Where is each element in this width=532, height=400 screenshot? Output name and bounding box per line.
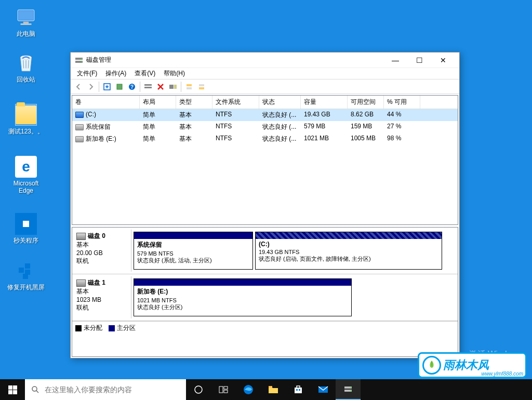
task-view-button[interactable] xyxy=(211,379,236,400)
taskbar-mail[interactable] xyxy=(311,379,336,400)
svg-rect-36 xyxy=(296,389,298,391)
start-button[interactable] xyxy=(0,379,25,400)
column-headers: 卷 布局 类型 文件系统 状态 容量 可用空间 % 可用 xyxy=(72,96,458,109)
col-filesystem[interactable]: 文件系统 xyxy=(212,96,259,109)
taskbar-disk-management[interactable] xyxy=(336,379,361,400)
disk-info[interactable]: 磁盘 1基本1023 MB联机 xyxy=(74,276,131,318)
forward-button[interactable] xyxy=(85,81,97,92)
partition[interactable]: 系统保留579 MB NTFS状态良好 (系统, 活动, 主分区) xyxy=(134,232,253,270)
taskbar-store[interactable] xyxy=(286,379,311,400)
svg-text:?: ? xyxy=(130,84,134,90)
search-icon xyxy=(31,385,39,394)
label: Microsoft Edge xyxy=(6,180,46,195)
delete-button[interactable] xyxy=(155,81,166,92)
cortana-button[interactable] xyxy=(186,379,211,400)
help-button[interactable]: ? xyxy=(126,81,138,92)
taskbar-edge[interactable] xyxy=(236,379,261,400)
volume-row[interactable]: 新加卷 (E:)简单基本NTFS状态良好 (...1021 MB1005 MB9… xyxy=(72,133,458,145)
desktop-icon-test-folder[interactable]: 测试123。。 xyxy=(6,104,46,135)
extend-button[interactable] xyxy=(167,81,179,92)
legend-unallocated: 未分配 xyxy=(75,324,102,332)
desktop-icon-repair-boot[interactable]: 修复开机黑屏 xyxy=(6,260,46,291)
col-type[interactable]: 类型 xyxy=(176,96,212,109)
svg-rect-37 xyxy=(299,389,300,391)
brand-logo: 雨林木风 www.ylmf888.com xyxy=(418,352,527,378)
desktop-icon-seconds-program[interactable]: 秒关程序 xyxy=(6,213,46,244)
svg-rect-3 xyxy=(21,23,32,25)
svg-rect-24 xyxy=(187,87,192,89)
svg-point-13 xyxy=(81,58,82,59)
disk-icon xyxy=(76,233,86,240)
svg-point-42 xyxy=(350,390,351,391)
windows-logo-icon xyxy=(8,385,17,394)
col-volume[interactable]: 卷 xyxy=(72,96,140,109)
menu-file[interactable]: 文件(F) xyxy=(73,68,101,79)
col-pct[interactable]: % 可用 xyxy=(384,96,420,109)
svg-rect-6 xyxy=(23,221,29,227)
svg-rect-34 xyxy=(269,386,272,388)
desktop-icon-recycle-bin[interactable]: 回收站 xyxy=(6,52,46,83)
separator xyxy=(99,82,99,92)
svg-point-27 xyxy=(32,386,37,391)
col-capacity[interactable]: 容量 xyxy=(301,96,348,109)
minimize-button[interactable]: — xyxy=(383,52,407,68)
partition[interactable]: 新加卷 (E:)1021 MB NTFS状态良好 (主分区) xyxy=(134,278,352,316)
svg-rect-35 xyxy=(295,388,302,393)
taskbar-explorer[interactable] xyxy=(261,379,286,400)
recycle-bin-icon xyxy=(15,52,37,74)
title-bar[interactable]: 磁盘管理 — ☐ ✕ xyxy=(71,52,459,68)
menu-help[interactable]: 帮助(H) xyxy=(159,68,189,79)
disk-partitions: 新加卷 (E:)1021 MB NTFS状态良好 (主分区) xyxy=(131,276,456,318)
drive-icon xyxy=(75,112,84,118)
disk-graphical-panel[interactable]: 磁盘 0基本20.00 GB联机系统保留579 MB NTFS状态良好 (系统,… xyxy=(72,227,458,357)
svg-rect-25 xyxy=(199,84,204,86)
volume-list[interactable]: 卷 布局 类型 文件系统 状态 容量 可用空间 % 可用 (C:)简单基本NTF… xyxy=(72,95,458,225)
disk-list-button[interactable] xyxy=(142,81,154,92)
edge-icon: e xyxy=(15,156,37,178)
view-top-button[interactable] xyxy=(183,81,195,92)
refresh-button[interactable] xyxy=(101,81,113,92)
partition[interactable]: (C:)19.43 GB NTFS状态良好 (启动, 页面文件, 故障转储, 主… xyxy=(255,232,442,270)
desktop-icon-this-pc[interactable]: 此电脑 xyxy=(6,6,46,37)
label: 回收站 xyxy=(6,76,46,83)
folder-icon xyxy=(15,104,37,126)
properties-button[interactable] xyxy=(114,81,125,92)
taskbar xyxy=(0,379,532,400)
col-free[interactable]: 可用空间 xyxy=(348,96,384,109)
window-title: 磁盘管理 xyxy=(86,56,383,64)
col-status[interactable]: 状态 xyxy=(259,96,301,109)
separator xyxy=(140,82,140,92)
disk-row: 磁盘 1基本1023 MB联机新加卷 (E:)1021 MB NTFS状态良好 … xyxy=(72,274,458,321)
back-button[interactable] xyxy=(73,81,84,92)
menu-view[interactable]: 查看(V) xyxy=(130,68,159,79)
label: 修复开机黑屏 xyxy=(6,284,46,291)
label: 此电脑 xyxy=(6,30,46,37)
toolbar: ? xyxy=(71,79,459,94)
disk-icon xyxy=(76,279,86,287)
drive-icon xyxy=(75,136,84,142)
svg-rect-32 xyxy=(224,390,228,393)
disk-info[interactable]: 磁盘 0基本20.00 GB联机 xyxy=(74,230,131,272)
close-button[interactable]: ✕ xyxy=(431,52,455,68)
maximize-button[interactable]: ☐ xyxy=(407,52,431,68)
volume-row[interactable]: (C:)简单基本NTFS状态良好 (...19.43 GB8.62 GB44 % xyxy=(72,109,458,121)
brand-text: 雨林木风 xyxy=(443,359,489,371)
svg-rect-23 xyxy=(187,84,192,86)
svg-rect-20 xyxy=(144,87,152,88)
menu-action[interactable]: 操作(A) xyxy=(101,68,130,79)
menu-bar: 文件(F) 操作(A) 查看(V) 帮助(H) xyxy=(71,68,459,79)
volume-row[interactable]: 系统保留简单基本NTFS状态良好 (...579 MB159 MB27 % xyxy=(72,121,458,133)
brand-icon xyxy=(422,356,441,375)
svg-rect-19 xyxy=(144,84,152,86)
legend-primary: 主分区 xyxy=(109,324,136,332)
brand-url: www.ylmf888.com xyxy=(481,371,523,377)
svg-rect-22 xyxy=(174,85,177,89)
view-bottom-button[interactable] xyxy=(196,81,207,92)
search-input[interactable] xyxy=(45,385,180,394)
col-layout[interactable]: 布局 xyxy=(140,96,176,109)
svg-rect-8 xyxy=(25,263,30,269)
svg-rect-10 xyxy=(23,274,28,279)
desktop-icon-edge[interactable]: e Microsoft Edge xyxy=(6,156,46,195)
search-box[interactable] xyxy=(25,379,186,400)
svg-point-41 xyxy=(350,387,351,388)
